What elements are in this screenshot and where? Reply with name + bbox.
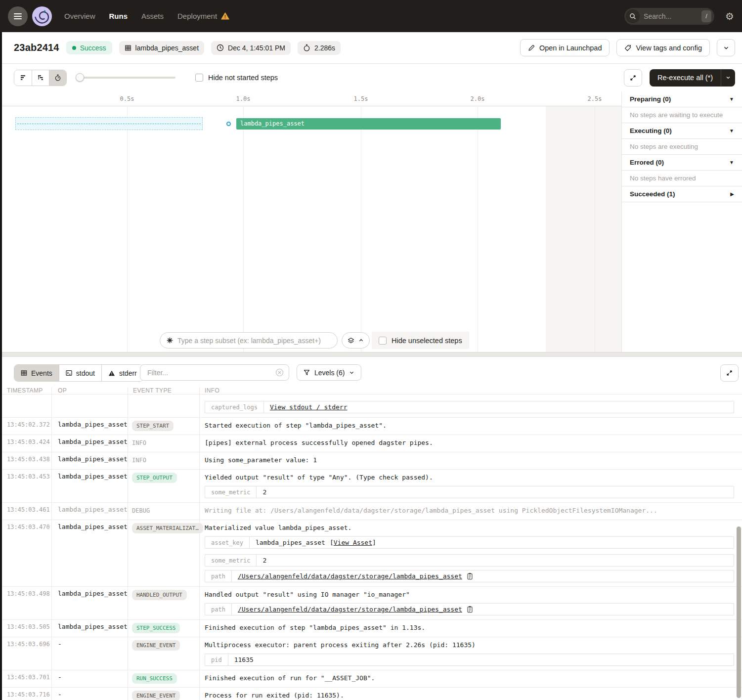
deployment-warning-icon [221, 12, 229, 20]
view-tags-config-button[interactable]: View tags and config [616, 39, 710, 56]
zoom-slider-thumb[interactable] [76, 73, 84, 82]
step-subset-input[interactable] [177, 337, 331, 345]
log-timestamp: 13:45:03.498 [0, 587, 52, 619]
log-filter-input[interactable] [147, 369, 275, 377]
clear-filter-icon[interactable] [275, 368, 284, 377]
metadata-value: 11635 [228, 654, 734, 665]
log-row: captured_logsView stdout / stderr [0, 394, 742, 417]
sidebar-section-title: Succeeded (1) [630, 190, 675, 198]
caret-right-icon: ▶ [730, 191, 734, 197]
log-tab-stdout[interactable]: stdout [59, 365, 101, 381]
log-info-text: Process for run exited (pid: 11635). [205, 691, 735, 700]
event-type-text: INFO [132, 455, 146, 464]
metadata-value-link[interactable]: /Users/alangenfeld/data/dagster/storage/… [238, 606, 462, 613]
view-mode-flat-button[interactable] [14, 70, 32, 86]
chevron-up-icon [358, 338, 364, 343]
log-timestamp: 13:45:03.453 [0, 470, 52, 502]
nav-item-overview[interactable]: Overview [64, 12, 95, 20]
hide-not-started-checkbox[interactable] [195, 74, 203, 82]
settings-gear-icon[interactable]: ⚙ [725, 11, 734, 21]
graph-query-toggle-button[interactable] [342, 332, 370, 349]
expand-icon [629, 74, 637, 82]
step-start-marker [226, 122, 231, 126]
sidebar-section-body: No steps are waiting to execute [622, 107, 742, 123]
metadata-entry: path/Users/alangenfeld/data/dagster/stor… [205, 603, 734, 615]
gantt-tick-label: 0.5s [120, 95, 134, 102]
metadata-value: 2 [257, 486, 734, 498]
view-mode-timed-button[interactable] [49, 70, 66, 86]
window-left-edge [0, 32, 2, 700]
hide-not-started-toggle[interactable]: Hide not started steps [195, 74, 278, 82]
gantt-tick-label: 2.0s [471, 95, 485, 102]
event-type-pill: RUN_SUCCESS [132, 673, 177, 684]
log-tab-events[interactable]: Events [14, 365, 59, 381]
gantt-fullscreen-button[interactable] [624, 69, 642, 87]
log-tab-label: stderr [119, 369, 137, 377]
expand-icon [726, 369, 733, 377]
sidebar-section-body: No steps are executing [622, 139, 742, 155]
nav-item-assets[interactable]: Assets [141, 12, 164, 20]
run-header-more-button[interactable] [717, 39, 735, 56]
global-search[interactable]: / [624, 8, 714, 25]
funnel-icon [304, 369, 310, 376]
log-info: Using some_parameter value: 1 [200, 452, 742, 469]
search-input[interactable] [644, 12, 701, 20]
gantt-step-bar[interactable]: lambda_pipes_asset [236, 118, 501, 130]
levels-filter-button[interactable]: Levels (6) [297, 364, 361, 381]
log-filter-field[interactable] [140, 364, 289, 381]
log-row: 13:45:03.438lambda_pipes_assetINFOUsing … [0, 452, 742, 469]
nav-item-runs[interactable]: Runs [109, 12, 128, 20]
zoom-slider[interactable] [77, 77, 175, 79]
open-in-launchpad-button[interactable]: Open in Launchpad [520, 39, 610, 56]
log-column-header: OP [52, 387, 128, 394]
log-scrollbar-thumb[interactable] [737, 526, 741, 698]
event-type-pill: STEP_OUTPUT [132, 473, 177, 483]
nav-item-deployment[interactable]: Deployment [177, 12, 229, 20]
event-type-text: INFO [132, 438, 146, 446]
nav-item-label: Overview [64, 12, 95, 20]
sidebar-section-header[interactable]: Executing (0)▼ [622, 123, 742, 139]
sidebar-section-header[interactable]: Preparing (0)▼ [622, 91, 742, 107]
metadata-value-link[interactable]: /Users/alangenfeld/data/dagster/storage/… [238, 572, 462, 580]
copy-path-button[interactable] [467, 572, 473, 580]
menu-button[interactable] [8, 6, 28, 26]
run-header: 23ab2414 Success lambda_pipes_asset Dec … [0, 32, 742, 64]
log-op: lambda_pipes_asset [52, 435, 128, 452]
log-event-type: HANDLED_OUTPUT [128, 587, 200, 619]
duration-chip: 2.286s [298, 41, 341, 55]
view-asset-link[interactable]: View Asset [334, 539, 372, 546]
sidebar-section-header[interactable]: Succeeded (1)▶ [622, 186, 742, 202]
nav-item-label: Deployment [177, 12, 217, 20]
metadata-key: captured_logs [205, 401, 264, 413]
panel-resize-divider[interactable] [0, 352, 742, 357]
view-mode-waterfall-button[interactable] [32, 70, 49, 86]
log-info-text: [pipes] external process successfully op… [205, 438, 735, 448]
reexecute-options-button[interactable] [721, 69, 735, 87]
reexecute-all-button[interactable]: Re-execute all (*) [650, 69, 735, 87]
hide-unselected-checkbox[interactable] [379, 337, 387, 345]
log-timestamp: 13:45:03.716 [0, 688, 52, 700]
log-row: 13:45:03.453lambda_pipes_assetSTEP_OUTPU… [0, 469, 742, 502]
tag-icon [624, 44, 631, 51]
hide-unselected-toggle[interactable]: Hide unselected steps [372, 332, 469, 349]
metadata-key: path [205, 604, 232, 615]
run-id: 23ab2414 [14, 42, 59, 53]
log-column-header: INFO [200, 387, 742, 394]
sidebar-section-header[interactable]: Errored (0)▼ [622, 155, 742, 171]
step-subset-field[interactable] [160, 332, 338, 349]
top-nav: OverviewRunsAssetsDeployment / ⚙ [0, 0, 742, 32]
log-op: lambda_pipes_asset [52, 452, 128, 469]
copy-path-button[interactable] [467, 606, 473, 613]
log-row: 13:45:02.372lambda_pipes_assetSTEP_START… [0, 417, 742, 435]
copy-path-icon [467, 572, 473, 580]
job-tag[interactable]: lambda_pipes_asset [119, 41, 204, 55]
log-op: lambda_pipes_asset [52, 520, 128, 586]
dagster-logo[interactable] [31, 5, 53, 28]
metadata-value-link[interactable]: View stdout / stderr [270, 403, 348, 411]
log-tab-stderr[interactable]: stderr [101, 365, 143, 381]
gantt-toolbar: Hide not started steps Re-execute all (*… [0, 64, 742, 91]
status-dot [72, 46, 76, 50]
log-fullscreen-button[interactable] [720, 364, 739, 382]
table-icon [21, 370, 27, 376]
log-info-text: Handled output "result" using IO manager… [205, 590, 735, 600]
